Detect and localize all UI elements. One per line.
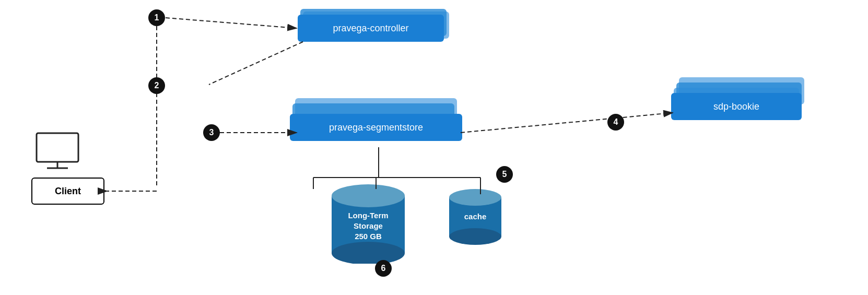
svg-line-2 <box>166 18 297 28</box>
controller-box: pravega-controller <box>298 15 444 42</box>
svg-point-25 <box>449 189 501 206</box>
svg-text:Long-Term: Long-Term <box>348 211 388 220</box>
svg-point-26 <box>449 228 501 245</box>
architecture-diagram: Client pravega-controller pravega-segmen… <box>0 0 868 295</box>
step-5-circle: 5 <box>496 166 513 183</box>
bookie-box: sdp-bookie <box>671 93 802 120</box>
step-4-circle: 4 <box>607 114 624 131</box>
arrows-svg <box>0 0 868 295</box>
step-6-circle: 6 <box>375 260 392 277</box>
step-3-circle: 3 <box>203 124 220 141</box>
monitor-icon <box>34 131 81 174</box>
svg-point-19 <box>332 184 405 207</box>
svg-text:Storage: Storage <box>354 221 383 230</box>
client-box: Client <box>31 178 104 205</box>
longterm-storage-cylinder: Long-Term Storage 250 GB <box>329 183 407 266</box>
step-1-circle: 1 <box>148 9 165 26</box>
cache-cylinder: cache <box>447 187 504 249</box>
svg-text:250 GB: 250 GB <box>355 232 382 241</box>
svg-line-7 <box>461 113 673 133</box>
svg-line-14 <box>209 42 303 85</box>
client-label: Client <box>55 186 81 197</box>
step-2-circle: 2 <box>148 77 165 94</box>
svg-point-20 <box>332 242 405 264</box>
segmentstore-box: pravega-segmentstore <box>290 114 462 141</box>
svg-rect-15 <box>37 133 78 162</box>
svg-text:cache: cache <box>464 212 487 221</box>
